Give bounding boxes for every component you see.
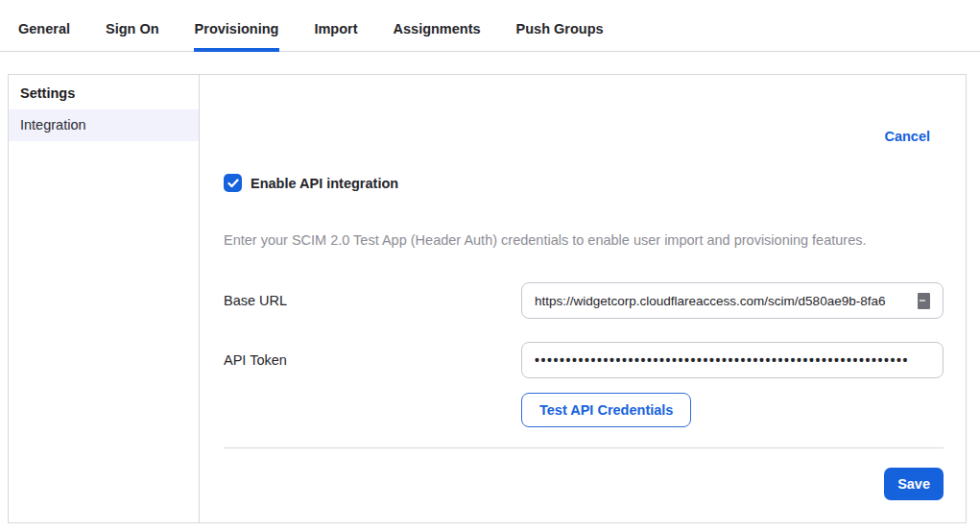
provisioning-page: General Sign On Provisioning Import Assi… xyxy=(0,0,980,531)
test-api-credentials-button[interactable]: Test API Credentials xyxy=(521,393,691,427)
save-row: Save xyxy=(224,468,944,500)
tab-assignments[interactable]: Assignments xyxy=(394,21,481,51)
integration-settings-panel: Cancel Enable API integration Enter your… xyxy=(200,75,968,522)
tab-sign-on[interactable]: Sign On xyxy=(106,21,159,51)
cancel-row: Cancel xyxy=(224,129,944,144)
api-token-field-row: API Token xyxy=(224,342,944,378)
sidebar-header-settings: Settings xyxy=(9,84,199,109)
save-button[interactable]: Save xyxy=(884,468,944,500)
api-token-label: API Token xyxy=(224,352,521,368)
enable-api-row: Enable API integration xyxy=(224,174,944,192)
checkmark-icon xyxy=(227,179,239,188)
settings-sidebar: Settings Integration xyxy=(9,75,200,522)
app-tab-bar: General Sign On Provisioning Import Assi… xyxy=(0,0,980,52)
base-url-input-wrapper xyxy=(521,282,944,319)
enable-api-checkbox[interactable] xyxy=(224,174,242,192)
footer-divider xyxy=(224,447,944,448)
tab-provisioning[interactable]: Provisioning xyxy=(195,21,279,51)
test-credentials-row: Test API Credentials xyxy=(521,393,944,427)
cancel-link[interactable]: Cancel xyxy=(884,129,930,144)
tab-import[interactable]: Import xyxy=(314,21,357,51)
base-url-input[interactable] xyxy=(535,294,920,308)
base-url-label: Base URL xyxy=(224,293,521,308)
base-url-field-row: Base URL xyxy=(224,282,944,319)
provisioning-content-box: Settings Integration Cancel Enable API i… xyxy=(8,74,967,523)
tab-general[interactable]: General xyxy=(18,21,70,51)
credentials-description: Enter your SCIM 2.0 Test App (Header Aut… xyxy=(224,232,944,248)
tab-push-groups[interactable]: Push Groups xyxy=(516,21,604,51)
sidebar-item-integration[interactable]: Integration xyxy=(9,109,199,141)
api-token-input-wrapper xyxy=(521,342,944,378)
api-token-input[interactable] xyxy=(535,352,930,368)
text-selection-artifact xyxy=(918,293,930,309)
enable-api-label: Enable API integration xyxy=(251,176,398,191)
